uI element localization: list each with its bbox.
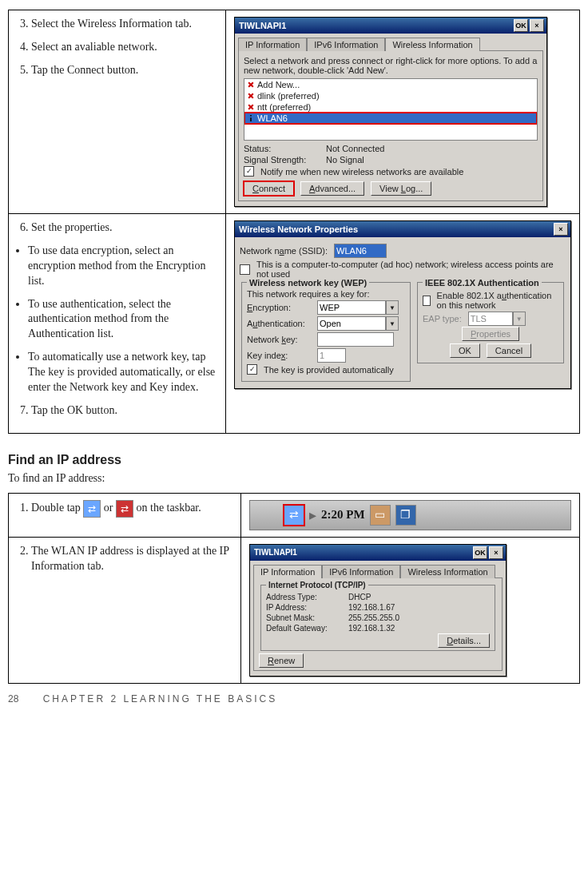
signal-value: No Signal: [326, 155, 364, 165]
addrtype-label: Address Type:: [266, 593, 342, 601]
tcpip-legend: Internet Protocol (TCP/IP): [266, 581, 368, 589]
separator-icon: ▸: [309, 506, 316, 524]
x-icon: [248, 93, 254, 99]
cell-steps-6-7: Set the properties. To use data encrypti…: [9, 214, 226, 434]
ok-button[interactable]: OK: [450, 343, 480, 358]
close-button[interactable]: ×: [489, 546, 503, 559]
signal-label: Signal Strength:: [244, 155, 320, 165]
step-3: Select the Wireless Information tab.: [31, 17, 217, 32]
titlebar: Wireless Network Properties ×: [235, 221, 570, 237]
ip-value: 192.168.1.67: [348, 603, 395, 612]
key-index-input[interactable]: 1: [317, 348, 346, 363]
cell-step-2: The WLAN IP address is displayed at the …: [9, 537, 241, 683]
cell-step-1: Double tap ⇄ or ⇄ on the taskbar.: [9, 493, 241, 537]
close-button[interactable]: ×: [554, 223, 568, 236]
taskbar: ⇄ ▸ 2:20 PM ▭ ❐: [249, 500, 571, 530]
section-heading: Find an IP address: [8, 453, 580, 467]
titlebar: TIWLNAPI1 OK ×: [235, 18, 546, 34]
status-label: Status:: [244, 144, 320, 153]
key-label: Network key:Network key:: [247, 335, 311, 344]
cell-screenshot-ipinfo: TIWLNAPI1 OK × IP Information IPv6 Infor…: [241, 537, 580, 683]
gateway-label: Default Gateway:: [266, 624, 342, 633]
notify-checkbox[interactable]: ✓: [244, 166, 254, 177]
subnet-label: Subnet Mask:: [266, 613, 342, 622]
page-number: 28: [8, 693, 18, 704]
ssid-input[interactable]: WLAN6: [334, 244, 387, 258]
list-item-selected: WLAN6: [244, 113, 537, 124]
instruction-table-2: Double tap ⇄ or ⇄ on the taskbar. ⇄ ▸ 2:…: [8, 493, 580, 684]
tab-strip: IP Information IPv6 Information Wireless…: [238, 37, 543, 50]
cell-screenshot-taskbar: ⇄ ▸ 2:20 PM ▭ ❐: [241, 493, 580, 537]
advanced-button[interactable]: Advanced...Advanced...: [300, 181, 364, 196]
tab-wireless-info[interactable]: Wireless Information: [400, 565, 495, 578]
cell-steps-3-5: Select the Wireless Information tab. Sel…: [9, 10, 226, 214]
list-item: Add New...: [244, 79, 537, 90]
eap-select: TLS▼: [468, 312, 526, 326]
ok-button[interactable]: OK: [514, 19, 528, 32]
tab-ipv6-info[interactable]: IPv6 Information: [307, 38, 385, 51]
chevron-down-icon: ▼: [386, 316, 399, 331]
wep-legend: Wireless network key (WEP): [247, 278, 369, 288]
tab-ipv6-info[interactable]: IPv6 Information: [322, 565, 400, 578]
req-label: This network requires a key for:: [247, 289, 405, 299]
x-icon: [248, 104, 254, 110]
hint-text: Select a network and press connect or ri…: [244, 56, 538, 75]
network-tray-icon[interactable]: ⇄: [284, 505, 304, 526]
addrtype-value: DHCP: [348, 593, 371, 601]
properties-button: PropertiesProperties: [462, 327, 519, 341]
tab-strip: IP Information IPv6 Information Wireless…: [253, 564, 503, 577]
auth-select[interactable]: Open▼: [317, 316, 399, 331]
tcpip-group: Internet Protocol (TCP/IP) Address Type:…: [260, 585, 495, 651]
subnet-value: 255.255.255.0: [348, 613, 399, 622]
details-button[interactable]: Details...Details...: [438, 633, 490, 648]
tab-wireless-info[interactable]: Wireless Information: [385, 38, 479, 51]
notify-label: Notify me when new wireless networks are…: [260, 167, 463, 177]
enc-label: Encryption:Encryption:: [247, 303, 311, 312]
adhoc-label: This is a computer-to-computer (ad hoc) …: [256, 260, 566, 279]
window-title: TIWLNAPI1: [237, 21, 512, 30]
list-item: ntt (preferred): [244, 101, 537, 113]
cancel-button[interactable]: Cancel: [487, 343, 531, 358]
chevron-down-icon: ▼: [513, 312, 526, 326]
gateway-value: 192.168.1.32: [348, 624, 395, 633]
close-button[interactable]: ×: [530, 19, 544, 32]
eap-label: EAP type:: [423, 314, 462, 323]
page-footer: 28 CHAPTER 2 LEARNING THE BASICS: [8, 693, 580, 704]
step-5: Tap the Connect button.: [31, 63, 217, 78]
ssid-label: Network name (SSID):Network name (SSID):: [240, 246, 328, 256]
wireless-panel: Select a network and press connect or ri…: [238, 50, 543, 201]
step-1: Double tap ⇄ or ⇄ on the taskbar.: [31, 500, 232, 518]
ok-button[interactable]: OK: [473, 546, 487, 559]
network-tray-icon: ⇄: [83, 500, 101, 518]
renew-button[interactable]: RenewRenew: [259, 653, 304, 668]
taskbar-time: 2:20 PM: [321, 508, 365, 522]
tab-ip-info[interactable]: IP Information: [238, 38, 307, 51]
idx-label: Key index:Key index:: [247, 351, 311, 360]
bullet-network-key: To automatically use a network key, tap …: [28, 350, 217, 395]
viewlog-button[interactable]: View Log...View Log...: [371, 181, 431, 196]
wep-group: Wireless network key (WEP) This network …: [241, 282, 411, 382]
window-wnp: Wireless Network Properties × Network na…: [234, 220, 571, 389]
network-listbox[interactable]: Add New... dlink (preferred) ntt (prefer…: [244, 78, 538, 141]
enable-8021x-label: Enable 802.1X authentication on this net…: [437, 291, 558, 310]
tray-icon[interactable]: ❐: [395, 505, 416, 526]
chapter-label: CHAPTER 2 LEARNING THE BASICS: [43, 693, 278, 704]
network-key-input[interactable]: [317, 332, 394, 347]
window-tiwlnapi1: TIWLNAPI1 OK × IP Information IPv6 Infor…: [234, 17, 547, 207]
auto-key-checkbox[interactable]: ✓: [247, 364, 257, 375]
chevron-down-icon: ▼: [386, 300, 399, 315]
status-value: Not Connected: [326, 144, 384, 153]
adhoc-checkbox[interactable]: [240, 264, 250, 275]
connect-button[interactable]: CConnectonnect: [244, 181, 294, 196]
window-title: Wireless Network Properties: [237, 224, 552, 234]
enable-8021x-checkbox[interactable]: [423, 296, 431, 306]
ieee-legend: IEEE 802.1X Authentication: [423, 278, 542, 288]
ip-panel: Internet Protocol (TCP/IP) Address Type:…: [253, 577, 503, 671]
cell-screenshot-wnp: Wireless Network Properties × Network na…: [226, 214, 580, 434]
list-item: dlink (preferred): [244, 90, 537, 101]
tab-ip-info[interactable]: IP Information: [253, 565, 322, 578]
tray-icon[interactable]: ▭: [370, 505, 391, 526]
x-icon: [248, 81, 254, 88]
instruction-table: Select the Wireless Information tab. Sel…: [8, 10, 580, 434]
encryption-select[interactable]: WEP▼: [317, 300, 399, 315]
